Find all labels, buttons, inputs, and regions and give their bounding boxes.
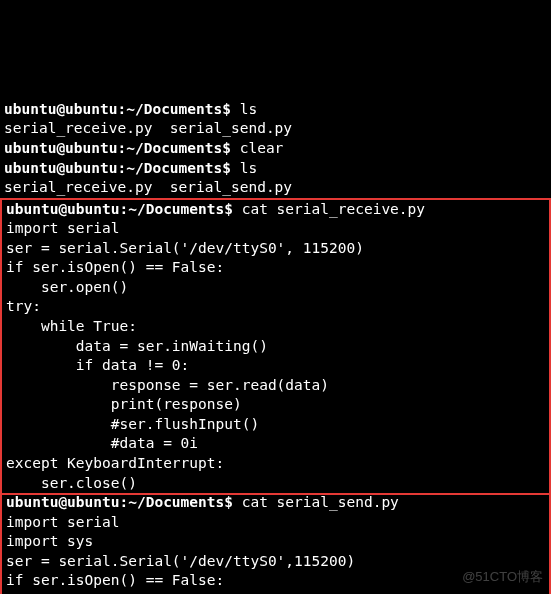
watermark-text: @51CTO博客 (462, 568, 543, 586)
shell-prompt: ubuntu@ubuntu:~/Documents$ (4, 140, 240, 156)
shell-prompt: ubuntu@ubuntu:~/Documents$ (6, 201, 242, 217)
code-line: try: (6, 298, 41, 314)
code-line: if ser.isOpen() == False: (6, 572, 224, 588)
highlighted-box-receive: ubuntu@ubuntu:~/Documents$ cat serial_re… (0, 198, 551, 495)
command-ls-1: ls (240, 101, 257, 117)
code-line: data = ser.inWaiting() (6, 338, 268, 354)
code-line: ser = serial.Serial('/dev/ttyS0', 115200… (6, 240, 364, 256)
code-line: ser.close() (6, 475, 137, 491)
shell-prompt: ubuntu@ubuntu:~/Documents$ (6, 494, 242, 510)
command-cat-send: cat serial_send.py (242, 494, 399, 510)
command-ls-2: ls (240, 160, 257, 176)
terminal-output: ubuntu@ubuntu:~/Documents$ ls serial_rec… (4, 80, 547, 594)
code-line: except KeyboardInterrupt: (6, 455, 224, 471)
ls-output-1: serial_receive.py serial_send.py (4, 120, 292, 136)
code-line: import serial (6, 514, 120, 530)
code-line: #ser.flushInput() (6, 416, 259, 432)
shell-prompt: ubuntu@ubuntu:~/Documents$ (4, 101, 240, 117)
code-line: if ser.isOpen() == False: (6, 259, 224, 275)
code-line: while True: (6, 318, 137, 334)
code-line: ser = serial.Serial('/dev/ttyS0',115200) (6, 553, 355, 569)
command-cat-receive: cat serial_receive.py (242, 201, 425, 217)
code-line: print(response) (6, 396, 242, 412)
code-line: ser.open() (6, 279, 128, 295)
code-line: response = ser.read(data) (6, 377, 329, 393)
code-line: #data = 0i (6, 435, 198, 451)
code-line: import serial (6, 220, 120, 236)
code-line: if data != 0: (6, 357, 189, 373)
code-line: import sys (6, 533, 93, 549)
command-clear: clear (240, 140, 284, 156)
shell-prompt: ubuntu@ubuntu:~/Documents$ (4, 160, 240, 176)
ls-output-2: serial_receive.py serial_send.py (4, 179, 292, 195)
